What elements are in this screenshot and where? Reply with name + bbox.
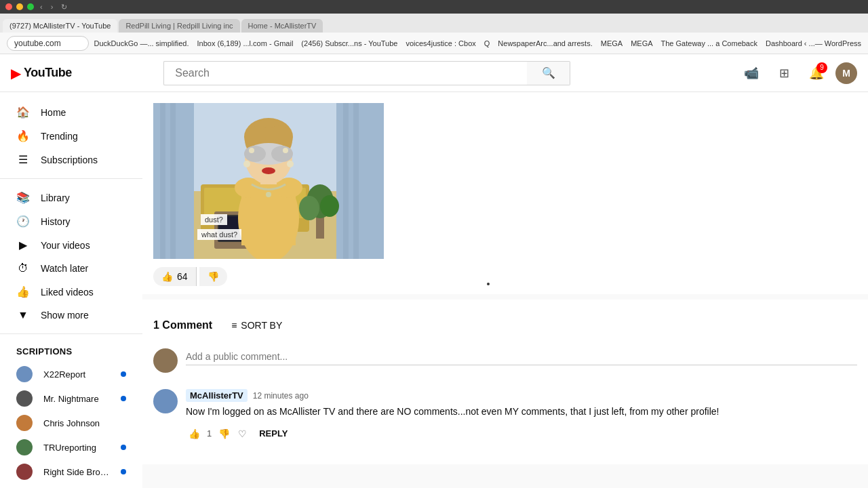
bookmark-wordpress[interactable]: Dashboard ‹ ...— WordPress <box>766 39 861 47</box>
comment-time: 12 minutes ago <box>253 391 309 401</box>
sub-name-x22report: X22Report <box>43 369 110 380</box>
forward-btn[interactable]: › <box>49 3 56 11</box>
trending-icon: 🔥 <box>16 129 30 142</box>
tab-home-mcallistertv[interactable]: Home - McAllisterTV <box>241 19 323 33</box>
youtube-logo-text: YouTube <box>24 66 72 80</box>
sub-avatar-rightside <box>16 464 33 480</box>
subscription-right-side[interactable]: Right Side Broadcas... <box>0 460 142 484</box>
svg-rect-3 <box>160 103 165 259</box>
svg-point-15 <box>320 195 339 217</box>
bookmark-newspaper[interactable]: NewspaperArc...and arrests. <box>498 39 592 47</box>
bookmark-mega1[interactable]: MEGA <box>601 39 623 47</box>
youtube-header: ▶ YouTube 🔍 📹 ⊞ 🔔 9 M <box>0 54 868 92</box>
sidebar-item-watch-later-label: Watch later <box>41 263 88 274</box>
search-button[interactable]: 🔍 <box>527 61 570 85</box>
user-avatar[interactable]: M <box>835 62 857 84</box>
sidebar-item-your-videos[interactable]: ▶ Your videos <box>0 233 142 257</box>
url-bar[interactable]: youtube.com <box>7 36 89 51</box>
subscription-lost[interactable]: L o s t <box>0 484 142 488</box>
apps-button[interactable]: ⊞ <box>770 60 797 87</box>
subscription-x22report[interactable]: X22Report <box>0 362 142 386</box>
sidebar-item-home-label: Home <box>41 107 66 118</box>
search-container: 🔍 <box>163 61 570 85</box>
like-button[interactable]: 👍 64 <box>153 267 197 286</box>
window-minimize-btn[interactable] <box>16 3 23 10</box>
thumbs-down-icon: 👎 <box>208 271 219 282</box>
history-icon: 🕐 <box>16 215 30 228</box>
svg-point-35 <box>243 161 250 167</box>
show-more-icon: ▼ <box>16 309 30 321</box>
commenter-name[interactable]: McAllisterTV <box>186 389 248 402</box>
tab-youtube[interactable]: (9727) McAllisterTV - YouTube <box>3 19 117 33</box>
sub-dot-x22 <box>121 371 126 377</box>
comment-heart-button[interactable]: ♡ <box>235 426 250 442</box>
like-count: 64 <box>177 271 188 282</box>
search-input[interactable] <box>163 61 527 85</box>
bookmark-q[interactable]: Q <box>484 39 490 47</box>
bookmark-gateway[interactable]: The Gateway ... a Comeback <box>661 39 757 47</box>
bookmark-voices4justice[interactable]: voices4justice : Cbox <box>406 39 475 47</box>
window-close-btn[interactable] <box>5 3 12 10</box>
subscription-mr-nightmare[interactable]: Mr. Nightmare <box>0 386 142 411</box>
subscription-trureporting[interactable]: TRUreporting <box>0 435 142 460</box>
svg-point-29 <box>244 146 266 162</box>
main-content: 🏠 Home 🔥 Trending ☰ Subscriptions 📚 Libr… <box>0 92 868 488</box>
sub-name-trureporting: TRUreporting <box>43 443 110 453</box>
bookmark-duckduckgo[interactable]: DuckDuckGo —... simplified. <box>94 39 189 47</box>
liked-videos-icon: 👍 <box>16 285 30 298</box>
sidebar-item-trending-label: Trending <box>41 131 78 142</box>
sub-avatar-chris <box>16 415 33 431</box>
window-maximize-btn[interactable] <box>27 3 34 10</box>
subscription-chris-johnson[interactable]: Chris Johnson <box>0 411 142 435</box>
sidebar-item-history[interactable]: 🕐 History <box>0 209 142 233</box>
header-actions: 📹 ⊞ 🔔 9 M <box>738 60 857 87</box>
sort-label: SORT BY <box>241 320 282 331</box>
subscriptions-icon: ☰ <box>16 153 30 166</box>
vintage-illustration <box>153 103 384 259</box>
svg-rect-4 <box>170 103 176 259</box>
tab-redpill[interactable]: RedPill Living | Redpill Living inc <box>119 19 239 33</box>
bookmark-youtube-subs[interactable]: (2456) Subscr...ns - YouTube <box>301 39 397 47</box>
svg-rect-5 <box>343 103 349 259</box>
dislike-button[interactable]: 👎 <box>199 267 227 286</box>
sidebar-item-liked-videos[interactable]: 👍 Liked videos <box>0 280 142 304</box>
sidebar-item-trending[interactable]: 🔥 Trending <box>0 124 142 148</box>
sidebar-item-watch-later[interactable]: ⏱ Watch later <box>0 257 142 280</box>
comment-header-line: McAllisterTV 12 minutes ago <box>186 389 857 402</box>
bookmark-mega2[interactable]: MEGA <box>631 39 652 47</box>
comment-like-button[interactable]: 👍 <box>186 426 203 442</box>
section-divider <box>142 294 868 300</box>
browser-tabs: (9727) McAllisterTV - YouTube RedPill Li… <box>0 14 868 33</box>
sub-name-mr-nightmare: Mr. Nightmare <box>43 394 110 404</box>
browser-address-bar: youtube.com DuckDuckGo —... simplified. … <box>0 33 868 54</box>
sub-avatar-nightmare <box>16 390 33 407</box>
back-btn[interactable]: ‹ <box>38 3 45 11</box>
sidebar-item-library[interactable]: 📚 Library <box>0 186 142 209</box>
reload-btn[interactable]: ↻ <box>59 3 69 12</box>
browser-chrome: ‹ › ↻ <box>0 0 868 14</box>
bookmark-gmail[interactable]: Inbox (6,189) ...l.com - Gmail <box>197 39 294 47</box>
thumbs-up-icon: 👍 <box>161 271 173 282</box>
sort-icon: ≡ <box>231 320 237 331</box>
caption-what-dust: what dust? <box>197 229 241 240</box>
youtube-logo[interactable]: ▶ YouTube <box>11 65 72 81</box>
video-actions: 👍 64 👎 <box>142 259 868 294</box>
notifications-button[interactable]: 🔔 9 <box>803 60 830 87</box>
comment-dislike-button[interactable]: 👎 <box>216 426 233 442</box>
comments-section: 1 Comment ≡ SORT BY <box>142 305 868 464</box>
current-user-avatar <box>153 348 178 373</box>
video-create-button[interactable]: 📹 <box>738 60 765 87</box>
sidebar-item-home[interactable]: 🏠 Home <box>0 100 142 124</box>
sidebar-item-liked-videos-label: Liked videos <box>41 287 94 298</box>
comment-like-count: 1 <box>207 428 212 439</box>
subscriptions-section-title: SCRIPTIONS <box>0 341 142 362</box>
sidebar-item-show-more[interactable]: ▼ Show more <box>0 304 142 327</box>
sidebar-item-subscriptions[interactable]: ☰ Subscriptions <box>0 148 142 171</box>
comment-reply-button[interactable]: REPLY <box>252 424 294 443</box>
sub-name-right-side: Right Side Broadcas... <box>43 467 110 477</box>
sub-avatar-x22 <box>16 366 33 382</box>
sidebar-item-show-more-label: Show more <box>41 310 89 321</box>
sort-by-button[interactable]: ≡ SORT BY <box>223 316 290 335</box>
comment-input[interactable] <box>186 348 857 365</box>
svg-point-32 <box>283 148 288 153</box>
